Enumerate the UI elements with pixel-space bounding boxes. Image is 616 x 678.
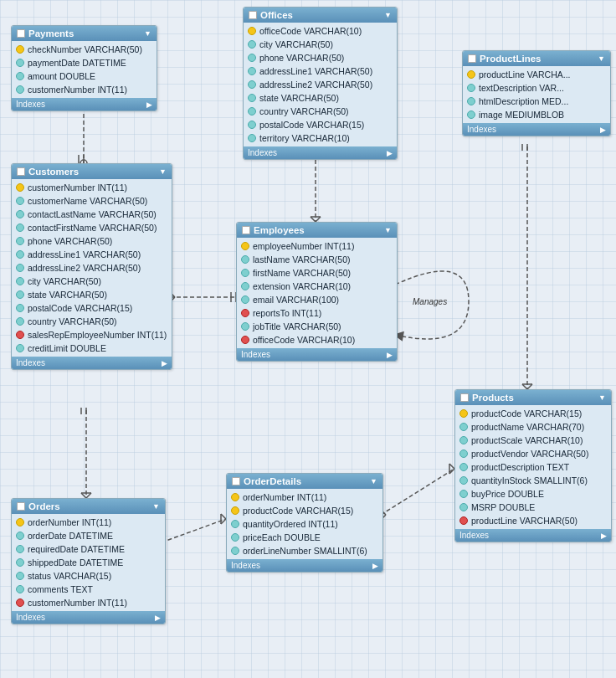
- field-text: customerNumber INT(11): [28, 84, 127, 95]
- offices-header[interactable]: Offices ▼: [244, 8, 397, 23]
- employees-footer[interactable]: Indexes ▶: [237, 348, 397, 361]
- footer-label: Indexes: [16, 100, 45, 109]
- field-row: state VARCHAR(50): [12, 288, 172, 301]
- orderdetails-footer[interactable]: Indexes ▶: [227, 559, 382, 572]
- ft: state VARCHAR(50): [259, 92, 339, 104]
- field-row: officeCode VARCHAR(10): [237, 333, 397, 347]
- ft: productVendor VARCHAR(50): [471, 448, 588, 460]
- manages-label: Manages: [413, 297, 447, 306]
- ft: status VARCHAR(15): [28, 570, 111, 582]
- products-footer[interactable]: Indexes ▶: [455, 529, 611, 542]
- ft: extension VARCHAR(10): [253, 280, 351, 292]
- ft: comments TEXT: [28, 583, 93, 595]
- products-arrow: ▼: [598, 393, 606, 402]
- orderdetails-header[interactable]: OrderDetails ▼: [227, 474, 382, 489]
- ft: htmlDescription MED...: [479, 95, 568, 107]
- customers-arrow: ▼: [159, 167, 167, 176]
- field-row: textDescription VAR...: [463, 81, 610, 95]
- ft: salesRepEmployeeNumber INT(11): [28, 329, 167, 341]
- ft: country VARCHAR(50): [28, 316, 117, 327]
- employees-arrow: ▼: [384, 226, 392, 234]
- fi: [16, 545, 24, 553]
- table-offices: Offices ▼ officeCode VARCHAR(10) city VA…: [243, 7, 398, 160]
- field-row: orderNumber INT(11): [227, 491, 382, 504]
- ft: buyPrice DOUBLE: [471, 488, 544, 500]
- fi: [248, 27, 256, 35]
- fi: [459, 476, 468, 485]
- table-customers: Customers ▼ customerNumber INT(11) custo…: [11, 163, 172, 370]
- ft: postalCode VARCHAR(15): [28, 302, 132, 314]
- fi: [231, 520, 239, 528]
- field-text: paymentDate DATETIME: [28, 57, 126, 69]
- ft: country VARCHAR(50): [259, 105, 349, 117]
- footer-label: Indexes: [467, 125, 496, 134]
- ft: orderLineNumber SMALLINT(6): [243, 545, 367, 557]
- field-row: customerNumber INT(11): [12, 181, 172, 194]
- table-products: Products ▼ productCode VARCHAR(15) produ…: [454, 389, 612, 542]
- table-productlines: ProductLines ▼ productLine VARCHA... tex…: [462, 50, 611, 136]
- orderdetails-arrow: ▼: [370, 477, 377, 485]
- ft: city VARCHAR(50): [28, 275, 101, 287]
- ft: reportsTo INT(11): [253, 307, 321, 319]
- ft: postalCode VARCHAR(15): [259, 119, 364, 131]
- ft: email VARCHAR(100): [253, 294, 339, 306]
- ft: state VARCHAR(50): [28, 289, 107, 300]
- field-row: addressLine2 VARCHAR(50): [244, 78, 397, 91]
- ft: phone VARCHAR(50): [259, 52, 344, 64]
- ft: productName VARCHAR(70): [471, 421, 584, 433]
- field-row: reportsTo INT(11): [237, 306, 397, 320]
- customers-header[interactable]: Customers ▼: [12, 164, 172, 179]
- customers-footer[interactable]: Indexes ▶: [12, 357, 172, 369]
- field-row: productName VARCHAR(70): [455, 420, 611, 434]
- fi: [248, 94, 256, 102]
- fi: [16, 277, 24, 285]
- field-row: addressLine2 VARCHAR(50): [12, 261, 172, 275]
- ft: contactLastName VARCHAR(50): [28, 208, 157, 220]
- footer-label: Indexes: [16, 613, 45, 622]
- employees-icon: [242, 226, 250, 234]
- productlines-footer[interactable]: Indexes ▶: [463, 123, 610, 136]
- productlines-title: ProductLines: [480, 54, 541, 64]
- customers-title: Customers: [28, 167, 79, 177]
- field-row: customerNumber INT(11): [12, 596, 165, 609]
- fi: [248, 54, 256, 62]
- fi: [459, 490, 468, 498]
- field-row: quantityInStock SMALLINT(6): [455, 474, 611, 487]
- fi: [459, 516, 468, 525]
- payments-footer[interactable]: Indexes ▶: [12, 98, 157, 110]
- footer-label: Indexes: [16, 358, 45, 367]
- fi: [16, 585, 24, 593]
- ft: priceEach DOUBLE: [243, 532, 321, 543]
- orders-header[interactable]: Orders ▼: [12, 499, 165, 514]
- ft: customerNumber INT(11): [28, 597, 127, 609]
- field-row: territory VARCHAR(10): [244, 131, 397, 145]
- field-row: contactFirstName VARCHAR(50): [12, 221, 172, 234]
- ft: productCode VARCHAR(15): [243, 505, 353, 516]
- footer-arrow: ▶: [600, 126, 606, 134]
- fi: [467, 110, 475, 119]
- footer-label: Indexes: [231, 561, 260, 570]
- orders-arrow: ▼: [152, 502, 160, 511]
- productlines-header[interactable]: ProductLines ▼: [463, 51, 610, 66]
- products-title: Products: [472, 393, 514, 403]
- fi: [248, 107, 256, 116]
- fi: [16, 183, 24, 192]
- orders-footer[interactable]: Indexes ▶: [12, 611, 165, 624]
- offices-footer[interactable]: Indexes ▶: [244, 146, 397, 159]
- field-row: extension VARCHAR(10): [237, 280, 397, 293]
- field-row: productLine VARCHA...: [463, 68, 610, 81]
- employees-header[interactable]: Employees ▼: [237, 223, 397, 238]
- field-row: requiredDate DATETIME: [12, 542, 165, 556]
- payments-title: Payments: [28, 28, 74, 39]
- payments-header[interactable]: Payments ▼: [12, 26, 157, 41]
- fi: [241, 309, 249, 317]
- fi: [231, 547, 239, 555]
- field-row: comments TEXT: [12, 583, 165, 596]
- ft: productDescription TEXT: [471, 461, 569, 473]
- customers-fields: customerNumber INT(11) customerName VARC…: [12, 179, 172, 357]
- orders-fields: orderNumber INT(11) orderDate DATETIME r…: [12, 514, 165, 611]
- ft: employeeNumber INT(11): [253, 240, 354, 252]
- field-row: city VARCHAR(50): [12, 275, 172, 288]
- field-row: orderNumber INT(11): [12, 516, 165, 529]
- products-header[interactable]: Products ▼: [455, 390, 611, 405]
